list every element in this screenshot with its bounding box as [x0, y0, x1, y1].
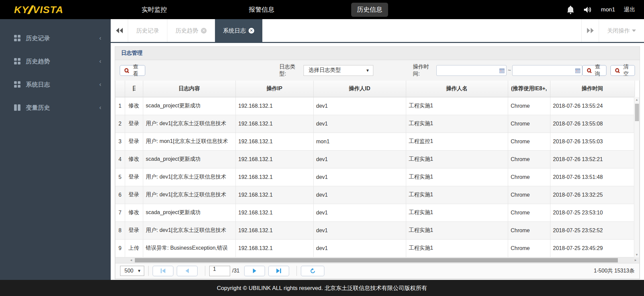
speaker-icon[interactable] [583, 6, 592, 14]
grid-icon [14, 35, 20, 41]
username-label: mon1 [601, 6, 615, 13]
cell-operation-time: 2018-07-26 13:32:25 [550, 186, 635, 204]
scroll-right-icon[interactable]: ► [633, 257, 639, 263]
page-number-input[interactable]: 1 [209, 266, 230, 276]
vertical-scroll-thumb[interactable] [635, 104, 639, 121]
magnifier-icon [587, 68, 591, 72]
tabs-scroll-right-button[interactable] [581, 19, 599, 42]
topnav-alarm-info[interactable]: 报警信息 [241, 0, 282, 19]
sidebar-item-variable-history[interactable]: 变量历史 ‹ [0, 96, 111, 119]
log-type-select[interactable]: 选择日志类型 ▼ [304, 65, 373, 76]
table-row[interactable]: 5 登录 用户: dev1[北京东土泛联信息技术 192.168.132.1 d… [115, 168, 635, 186]
cell-operator-name: 工程实施1 [406, 168, 508, 186]
sidebar-item-label: 历史记录 [26, 34, 99, 42]
table-row[interactable]: 6 登录 用户: dev1[北京东土泛联信息技术 192.168.132.1 d… [115, 186, 635, 204]
table-row[interactable]: 9 上传 错误异常: BusinessException,错误 192.168.… [115, 239, 635, 257]
time-from-input[interactable] [436, 65, 506, 76]
table-row[interactable]: 2 登录 用户: dev1[北京东土泛联信息技术 192.168.132.1 d… [115, 115, 635, 133]
cell-browser: Chrome [508, 168, 550, 186]
table-row[interactable]: 1 修改 scada_project更新成功 192.168.132.1 dev… [115, 97, 635, 115]
first-page-button[interactable] [153, 266, 173, 276]
query-button-label: 查询 [593, 63, 602, 78]
tab-system-log[interactable]: 系统日志 ✕ [215, 19, 263, 42]
horizontal-scroll-thumb[interactable] [135, 258, 618, 262]
table-row[interactable]: 3 登录 用户: mon1[北京东土泛联信息技术 192.168.132.1 m… [115, 133, 635, 150]
close-operations-dropdown[interactable]: 关闭操作 [599, 19, 644, 42]
grid-icon [14, 81, 20, 88]
col-browser[interactable]: (推荐使用IE8+, [508, 81, 550, 97]
col-operator-name[interactable]: 操作人名 [406, 81, 508, 97]
cell-operation-ip: 192.168.132.1 [235, 221, 313, 239]
cell-log-type: 登录 [125, 168, 143, 186]
cell-row-number: 5 [115, 168, 125, 186]
previous-page-button[interactable] [177, 266, 198, 276]
top-header: KY VISTA 实时监控 报警信息 历史信息 [0, 0, 644, 19]
tabs-scroll-left-button[interactable] [111, 19, 128, 42]
calendar-icon[interactable] [499, 68, 504, 75]
cell-log-type: 登录 [125, 186, 143, 204]
close-icon[interactable]: ✕ [249, 28, 254, 34]
topnav-history-info[interactable]: 历史信息 [349, 0, 390, 19]
col-log-type[interactable]: 日志类型 [125, 81, 143, 97]
time-to-input[interactable] [512, 65, 582, 76]
cell-operator-id: dev1 [313, 221, 406, 239]
cell-log-type: 登录 [125, 115, 143, 133]
table-row[interactable]: 4 修改 scada_project更新成功 192.168.132.1 dev… [115, 150, 635, 168]
cell-log-type: 修改 [125, 150, 143, 168]
scroll-up-icon[interactable]: ▲ [634, 97, 639, 102]
horizontal-scrollbar[interactable]: ◄ ► [115, 257, 640, 263]
cell-operation-time: 2018-07-26 13:55:08 [550, 115, 635, 133]
footer: Copyright © UBILINK ALL rights reserved.… [0, 280, 644, 296]
cell-log-type: 登录 [125, 221, 143, 239]
time-range-separator: ~ [508, 67, 511, 73]
bell-icon[interactable] [567, 5, 575, 14]
clear-button[interactable]: 清空 [610, 65, 635, 76]
refresh-button[interactable] [301, 266, 324, 276]
col-operation-ip[interactable]: 操作IP [235, 81, 313, 97]
logout-button[interactable]: 退出 [624, 6, 635, 13]
topnav-realtime-monitor[interactable]: 实时监控 [134, 0, 174, 19]
sidebar-item-label: 变量历史 [26, 104, 99, 112]
tab-history-records[interactable]: 历史记录 [128, 19, 167, 42]
cell-operator-name: 工程实施1 [406, 204, 508, 221]
cell-browser: Chrome [508, 221, 550, 239]
vertical-scrollbar[interactable]: ▲ ▼ [634, 97, 639, 257]
topnav-label: 历史信息 [351, 3, 388, 17]
cell-log-content: scada_project更新成功 [143, 97, 235, 115]
next-page-button[interactable] [244, 266, 265, 276]
cell-operator-id: dev1 [313, 186, 406, 204]
tab-bar: 历史记录 历史趋势 ✕ 系统日志 ✕ 关闭操作 [111, 19, 644, 43]
col-row-number[interactable] [115, 81, 125, 97]
page-size-select[interactable]: 500 ▼ [120, 266, 144, 276]
table-row[interactable]: 8 登录 用户: dev1[北京东土泛联信息技术 192.168.132.1 d… [115, 221, 635, 239]
cell-operator-name: 工程监控1 [406, 133, 508, 150]
sidebar-item-system-log[interactable]: 系统日志 ‹ [0, 73, 111, 96]
cell-log-type: 上传 [125, 239, 143, 257]
page-size-value: 500 [124, 268, 137, 274]
cell-browser: Chrome [508, 150, 550, 168]
cell-operation-time: 2018-07-26 13:55:03 [550, 133, 635, 150]
view-button[interactable]: 查看 [120, 65, 145, 76]
calendar-icon[interactable] [575, 68, 580, 75]
query-button[interactable]: 查询 [582, 65, 607, 76]
sidebar-item-history-trend[interactable]: 历史趋势 ‹ [0, 50, 111, 73]
main-content: 日志管理 查看 日志类型: 选择日志类型 ▼ 操作时间: [111, 43, 644, 280]
last-page-button[interactable] [268, 266, 289, 276]
col-operation-time[interactable]: 操作时间 [550, 81, 635, 97]
cell-log-content: scada_project更新成功 [143, 204, 235, 221]
cell-row-number: 8 [115, 221, 125, 239]
cell-operation-ip: 192.168.132.1 [235, 133, 313, 150]
cell-log-type: 登录 [125, 133, 143, 150]
sidebar-item-history-records[interactable]: 历史记录 ‹ [0, 27, 111, 50]
col-log-content[interactable]: 日志内容 [143, 81, 235, 97]
cell-operator-name: 工程实施1 [406, 97, 508, 115]
table-row[interactable]: 7 修改 scada_project更新成功 192.168.132.1 dev… [115, 204, 635, 221]
close-icon[interactable]: ✕ [201, 28, 207, 34]
cell-log-content: 用户: dev1[北京东土泛联信息技术 [143, 115, 235, 133]
sidebar-item-label: 历史趋势 [26, 57, 99, 65]
scroll-left-icon[interactable]: ◄ [128, 257, 134, 263]
col-operator-id[interactable]: 操作人ID [313, 81, 406, 97]
tab-history-trend[interactable]: 历史趋势 ✕ [167, 19, 215, 42]
cell-operator-name: 工程实施1 [406, 239, 508, 257]
scroll-down-icon[interactable]: ▼ [634, 252, 639, 257]
